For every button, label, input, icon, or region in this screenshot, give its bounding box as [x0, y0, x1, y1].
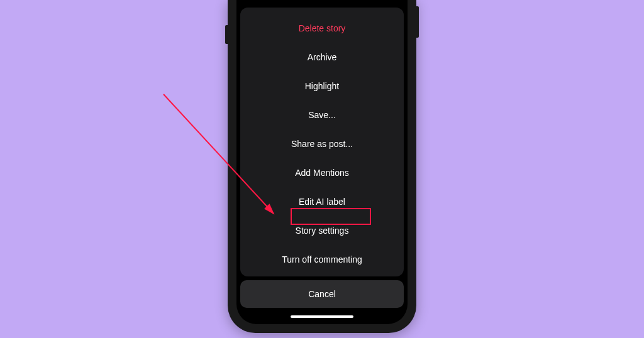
action-sheet: Delete story Archive Highlight Save... S…	[236, 0, 408, 324]
menu-item-edit-ai-label[interactable]: Edit AI label	[240, 187, 404, 216]
menu-item-add-mentions[interactable]: Add Mentions	[240, 158, 404, 187]
menu-item-share-as-post[interactable]: Share as post...	[240, 129, 404, 158]
phone-screen: Delete story Archive Highlight Save... S…	[236, 0, 408, 324]
menu-item-delete-story[interactable]: Delete story	[240, 14, 404, 43]
cancel-button[interactable]: Cancel	[240, 280, 404, 308]
menu-panel: Delete story Archive Highlight Save... S…	[240, 8, 404, 276]
menu-item-turn-off-commenting[interactable]: Turn off commenting	[240, 245, 404, 274]
menu-item-story-settings[interactable]: Story settings	[240, 216, 404, 245]
phone-frame: Delete story Archive Highlight Save... S…	[228, 0, 416, 333]
menu-item-highlight[interactable]: Highlight	[240, 72, 404, 101]
home-indicator	[291, 315, 353, 318]
menu-item-archive[interactable]: Archive	[240, 43, 404, 72]
menu-item-save[interactable]: Save...	[240, 101, 404, 129]
